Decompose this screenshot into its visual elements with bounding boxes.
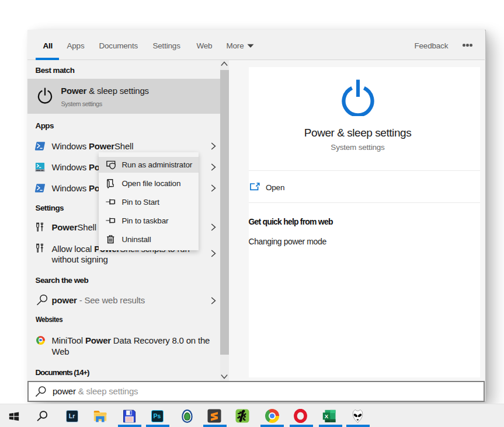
svg-text:X: X — [324, 412, 328, 419]
